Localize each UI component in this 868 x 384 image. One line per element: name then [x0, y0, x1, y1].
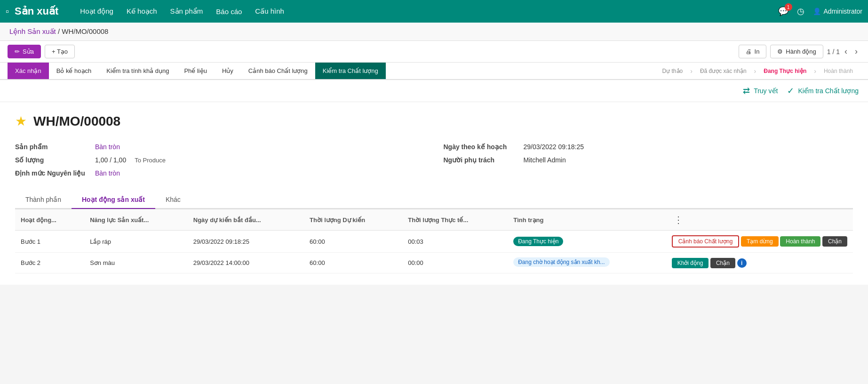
- action-btn-bo-ke-hoach[interactable]: Bỏ kế hoạch: [49, 63, 99, 79]
- main-content: ⇄ Truy vết ✓ Kiểm tra Chất lượng ★ WH/MO…: [0, 80, 868, 285]
- field-nguoi-phu-trach: Người phụ trách Mitchell Admin: [444, 153, 853, 167]
- san-pham-value[interactable]: Bàn tròn: [95, 143, 120, 151]
- toolbar: ✏ Sửa + Tạo 🖨 In ⚙ Hành động 1 / 1 ‹ ›: [0, 41, 868, 63]
- breadcrumb-current: WH/MO/00008: [62, 27, 108, 35]
- form-area: ★ WH/MO/00008 Sản phẩm Bàn tròn Số lượng…: [0, 102, 868, 285]
- edit-button[interactable]: ✏ Sửa: [8, 45, 41, 58]
- status-step-da-xac-nhan: Đã được xác nhận: [693, 64, 754, 78]
- tab-bar: Thành phần Hoạt động sản xuất Khác: [15, 191, 853, 209]
- form-fields-grid: Sản phẩm Bàn tròn Số lượng 1,00 / 1,00 T…: [15, 140, 853, 180]
- status-step-du-thao: Dự thảo: [655, 64, 691, 78]
- chan-btn-row2[interactable]: Chặn: [710, 258, 735, 268]
- hoan-thanh-btn[interactable]: Hoàn thành: [780, 236, 820, 247]
- col-nang-luc: Năng lực Sản xuất...: [84, 209, 188, 231]
- table-row: Bước 2 Sơn màu 29/03/2022 14:00:00 60:00…: [15, 253, 853, 273]
- col-ngay-bat-dau: Ngày dự kiến bắt đầu...: [188, 209, 304, 231]
- tab-hoat-dong-san-xuat[interactable]: Hoạt động sản xuất: [72, 191, 155, 209]
- breadcrumb: Lệnh Sản xuất / WH/MO/00008: [0, 23, 868, 41]
- print-button[interactable]: 🖨 In: [739, 45, 767, 58]
- breadcrumb-parent[interactable]: Lệnh Sản xuất: [9, 27, 56, 35]
- pagination: 1 / 1 ‹ ›: [827, 46, 860, 57]
- next-page-button[interactable]: ›: [852, 46, 860, 57]
- row2-status: Đang chờ hoạt động sản xuất kh...: [508, 253, 666, 273]
- activity-table: Hoạt động... Năng lực Sản xuất... Ngày d…: [15, 209, 853, 273]
- admin-avatar-icon: 👤: [813, 8, 821, 15]
- check-icon: ✓: [787, 86, 794, 96]
- status-flow: Dự thảo › Đã được xác nhận › Đang Thực h…: [655, 64, 860, 78]
- dinh-muc-value[interactable]: Bàn tròn: [95, 169, 120, 177]
- status-step-hoan-thanh: Hoàn thành: [816, 64, 860, 78]
- top-navigation: ▫ Sản xuất Hoạt động Kế hoạch Sản phẩm B…: [0, 0, 868, 23]
- ngay-ke-hoach-value: 29/03/2022 09:18:25: [524, 143, 584, 151]
- row1-capacity: Lắp ráp: [84, 231, 188, 253]
- row1-actual: 00:03: [402, 231, 508, 253]
- gear-icon: ⚙: [777, 48, 783, 55]
- app-title: Sản xuất: [15, 5, 58, 17]
- breadcrumb-separator: /: [58, 27, 62, 35]
- nguoi-phu-trach-value: Mitchell Admin: [524, 156, 566, 164]
- action-btn-huy[interactable]: Hủy: [215, 63, 241, 79]
- row2-capacity: Sơn màu: [84, 253, 188, 273]
- col-thoi-luong-du-kien: Thời lượng Dự kiến: [304, 209, 402, 231]
- row2-expected: 60:00: [304, 253, 402, 273]
- admin-menu[interactable]: 👤 Administrator: [813, 8, 862, 15]
- action-btn-kiem-tra-kha-dung[interactable]: Kiểm tra tính khả dụng: [99, 63, 176, 79]
- nav-link-san-pham[interactable]: Sản phẩm: [170, 7, 203, 16]
- row2-activity: Bước 2: [15, 253, 84, 273]
- tam-dung-btn[interactable]: Tạm dừng: [741, 236, 779, 247]
- print-icon: 🖨: [746, 48, 752, 55]
- action-btn-kiem-tra-chat-luong[interactable]: Kiểm tra Chất lượng: [315, 63, 386, 79]
- action-button[interactable]: ⚙ Hành động: [770, 45, 823, 58]
- col-tinh-trang: Tình trạng: [508, 209, 666, 231]
- status-badge-row2: Đang chờ hoạt động sản xuất kh...: [513, 257, 609, 267]
- row1-expected: 60:00: [304, 231, 402, 253]
- arrows-icon: ⇄: [743, 86, 750, 96]
- table-row: Bước 1 Lắp ráp 29/03/2022 09:18:25 60:00…: [15, 231, 853, 253]
- clock-icon[interactable]: ◷: [797, 6, 804, 16]
- star-icon[interactable]: ★: [15, 113, 27, 129]
- so-luong-value: 1,00 / 1,00: [95, 156, 126, 164]
- app-grid-icon[interactable]: ▫: [6, 6, 9, 17]
- row1-status: Đang Thực hiện: [508, 231, 666, 253]
- action-bar: Xác nhận Bỏ kế hoạch Kiểm tra tính khả d…: [0, 63, 868, 80]
- info-icon[interactable]: i: [737, 258, 747, 268]
- kiem-tra-chat-luong-quick[interactable]: ✓ Kiểm tra Chất lượng: [787, 86, 859, 96]
- action-btn-canh-bao-chat-luong[interactable]: Cảnh báo Chất lượng: [241, 63, 315, 79]
- nav-link-hoat-dong[interactable]: Hoạt động: [80, 7, 113, 16]
- nav-link-bao-cao[interactable]: Báo cáo: [216, 8, 242, 16]
- action-btn-xac-nhan[interactable]: Xác nhận: [8, 63, 49, 79]
- message-badge: 1: [785, 3, 792, 11]
- col-thoi-luong-thuc-te: Thời lượng Thực tế...: [402, 209, 508, 231]
- quick-actions-bar: ⇄ Truy vết ✓ Kiểm tra Chất lượng: [0, 80, 868, 102]
- row1-start-date: 29/03/2022 09:18:25: [188, 231, 304, 253]
- doc-title-row: ★ WH/MO/00008: [15, 113, 853, 129]
- row1-activity: Bước 1: [15, 231, 84, 253]
- admin-label-text: Administrator: [824, 8, 862, 15]
- truy-vet-action[interactable]: ⇄ Truy vết: [743, 86, 778, 96]
- prev-page-button[interactable]: ‹: [842, 46, 850, 57]
- chan-btn-row1[interactable]: Chặn: [822, 236, 847, 247]
- col-actions-header: ⋮: [666, 209, 853, 231]
- field-san-pham: Sản phẩm Bàn tròn: [15, 140, 425, 153]
- field-so-luong: Số lượng 1,00 / 1,00 To Produce: [15, 153, 425, 167]
- row1-actions: Cảnh báo Chất lượng Tạm dừng Hoàn thành …: [666, 231, 853, 253]
- create-button[interactable]: + Tạo: [45, 45, 75, 58]
- col-hoat-dong: Hoạt động...: [15, 209, 84, 231]
- edit-icon: ✏: [15, 48, 20, 55]
- canh-bao-chat-luong-btn[interactable]: Cảnh báo Chất lượng: [672, 235, 740, 248]
- row2-actual: 00:00: [402, 253, 508, 273]
- doc-id-title: WH/MO/00008: [33, 114, 120, 129]
- tab-thanh-phan[interactable]: Thành phần: [15, 191, 72, 209]
- action-btn-phe-lieu[interactable]: Phế liệu: [176, 63, 215, 79]
- row2-start-date: 29/03/2022 14:00:00: [188, 253, 304, 273]
- message-icon[interactable]: 💬 1: [778, 6, 788, 16]
- field-dinh-muc: Định mức Nguyên liệu Bàn tròn: [15, 167, 425, 180]
- khoi-dong-btn[interactable]: Khởi động: [672, 258, 709, 268]
- nav-link-ke-hoach[interactable]: Kế hoạch: [127, 7, 157, 16]
- table-options-button[interactable]: ⋮: [672, 214, 685, 225]
- status-step-dang-thuc-hien: Đang Thực hiện: [756, 64, 814, 78]
- tab-khac[interactable]: Khác: [155, 191, 191, 209]
- nav-link-cau-hinh[interactable]: Cấu hình: [255, 7, 284, 16]
- to-produce-badge: To Produce: [135, 157, 166, 164]
- field-ngay-ke-hoach: Ngày theo kế hoạch 29/03/2022 09:18:25: [444, 140, 853, 153]
